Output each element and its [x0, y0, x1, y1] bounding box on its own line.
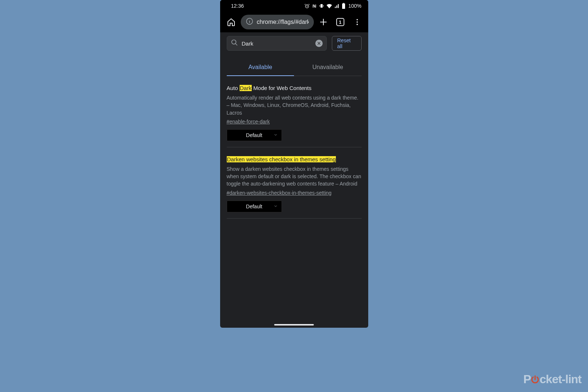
- status-time: 12:36: [231, 3, 244, 9]
- search-icon: [231, 39, 238, 48]
- flags-list: Auto Dark Mode for Web ContentsAutomatic…: [227, 76, 362, 219]
- svg-point-5: [356, 19, 358, 21]
- flag-anchor-link[interactable]: #darken-websites-checkbox-in-themes-sett…: [227, 190, 332, 196]
- svg-rect-1: [320, 4, 323, 7]
- flag-anchor-link[interactable]: #enable-force-dark: [227, 119, 270, 125]
- home-button[interactable]: [224, 15, 239, 29]
- flag-description: Automatically render all web contents us…: [227, 94, 362, 116]
- svg-rect-3: [343, 3, 344, 4]
- svg-rect-2: [342, 4, 345, 9]
- chevron-down-icon: [273, 132, 278, 138]
- flag-state-dropdown[interactable]: Default: [227, 129, 282, 141]
- svg-point-7: [356, 24, 358, 25]
- dropdown-value: Default: [246, 204, 262, 209]
- battery-percentage: 100%: [348, 3, 362, 9]
- nfc-icon: [312, 4, 317, 8]
- power-icon: [530, 375, 540, 384]
- flags-content: Reset all Available Unavailable Auto Dar…: [220, 32, 368, 219]
- tab-count-badge: 1: [336, 18, 344, 26]
- gesture-nav-pill[interactable]: [274, 324, 314, 326]
- search-row: Reset all: [227, 32, 362, 51]
- dropdown-value: Default: [246, 132, 262, 138]
- status-bar: 12:36 100%: [220, 0, 368, 12]
- tab-unavailable[interactable]: Unavailable: [294, 59, 362, 76]
- flag-item: Auto Dark Mode for Web ContentsAutomatic…: [227, 76, 362, 147]
- flag-description: Show a darken websites checkbox in theme…: [227, 165, 362, 188]
- new-tab-button[interactable]: [316, 15, 331, 29]
- vibrate-icon: [319, 3, 324, 8]
- overflow-menu-button[interactable]: [350, 15, 365, 29]
- omnibox-url: chrome://flags/#darken-: [257, 19, 309, 25]
- flag-title: Darken websites checkbox in themes setti…: [227, 155, 362, 163]
- browser-toolbar: chrome://flags/#darken- 1: [220, 12, 368, 32]
- alarm-icon: [304, 3, 310, 9]
- flag-title: Auto Dark Mode for Web Contents: [227, 84, 362, 92]
- search-input[interactable]: [242, 40, 312, 47]
- omnibox[interactable]: chrome://flags/#darken-: [241, 15, 314, 29]
- watermark: Pcket-lint: [523, 373, 581, 386]
- flag-state-dropdown[interactable]: Default: [227, 201, 282, 212]
- site-info-icon[interactable]: [246, 18, 253, 26]
- svg-point-8: [232, 40, 236, 44]
- flag-item: Darken websites checkbox in themes setti…: [227, 147, 362, 219]
- search-box[interactable]: [227, 36, 327, 51]
- signal-icon: [334, 3, 340, 8]
- status-icons: 100%: [304, 3, 362, 9]
- reset-all-button[interactable]: Reset all: [332, 36, 362, 51]
- svg-point-6: [356, 21, 358, 23]
- battery-icon: [342, 3, 345, 9]
- flag-tabs: Available Unavailable: [227, 59, 362, 76]
- phone-frame: 12:36 100%: [220, 0, 368, 328]
- clear-search-button[interactable]: [315, 40, 323, 47]
- chevron-down-icon: [273, 204, 278, 209]
- tab-available[interactable]: Available: [227, 59, 294, 76]
- wifi-icon: [326, 3, 332, 8]
- tab-switcher-button[interactable]: 1: [333, 15, 348, 29]
